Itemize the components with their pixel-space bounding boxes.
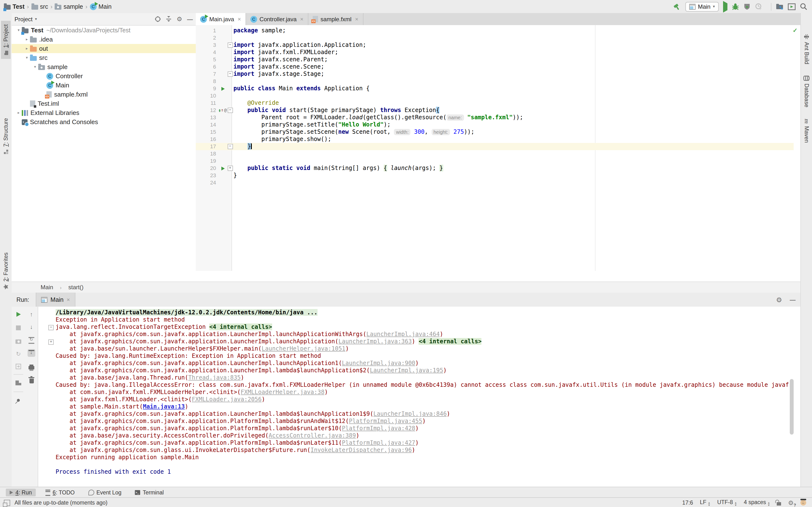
line-number[interactable]: 4 xyxy=(196,49,219,56)
tree-item-sample[interactable]: ▾sample xyxy=(12,62,196,71)
up-stack-trace-icon[interactable]: ↑ xyxy=(28,311,35,318)
project-structure-icon[interactable] xyxy=(776,3,783,10)
code-editor[interactable]: 1package sample;23−import javafx.applica… xyxy=(196,25,800,271)
run-tab-main[interactable]: Main ✕ xyxy=(36,293,75,306)
sidebar-item-ant-build[interactable]: Ant Build xyxy=(802,31,812,68)
line-number[interactable]: 3 xyxy=(196,42,219,49)
line-number[interactable]: 14 xyxy=(196,121,219,128)
caret-position[interactable]: 17:6 xyxy=(682,500,693,506)
fold-marker-icon[interactable]: + xyxy=(227,165,234,172)
attach-icon[interactable] xyxy=(14,362,22,370)
collapse-all-icon[interactable] xyxy=(166,16,172,22)
hide-panel-icon[interactable]: — xyxy=(790,296,796,303)
line-number[interactable]: 20 xyxy=(196,165,219,172)
tree-item-test-iml[interactable]: Test.iml xyxy=(12,99,196,108)
chevron-down-icon[interactable]: ▾ xyxy=(35,17,37,21)
close-icon[interactable]: ✕ xyxy=(238,17,241,21)
code-text[interactable]: @Override xyxy=(234,100,279,107)
code-line[interactable]: 5import javafx.scene.Parent; xyxy=(196,56,794,63)
tree-item-sample-fxml[interactable]: sample.fxml xyxy=(12,90,196,99)
breadcrumb-main[interactable]: Main xyxy=(90,3,112,10)
breadcrumb-method[interactable]: start() xyxy=(68,284,84,291)
tab-main-java[interactable]: Main.java ✕ xyxy=(196,13,246,25)
code-line[interactable]: 4import javafx.fxml.FXMLLoader; xyxy=(196,49,794,56)
stack-trace-link[interactable]: InvokeLaterDispatcher.java:96 xyxy=(311,447,412,453)
fold-marker-icon[interactable]: − xyxy=(227,143,234,150)
chevron-collapsed-icon[interactable]: ▸ xyxy=(15,111,22,115)
line-number[interactable]: 23 xyxy=(196,172,219,179)
fold-marker-icon[interactable]: − xyxy=(227,42,234,49)
toolwindow-todo-button[interactable]: 6: TODO xyxy=(42,489,79,497)
sidebar-item-favorites[interactable]: 2: Favorites xyxy=(1,249,11,293)
line-number[interactable]: 1 xyxy=(196,27,219,34)
tree-item-scratches-and-consoles[interactable]: Scratches and Consoles xyxy=(12,117,196,126)
breadcrumb-class[interactable]: Main xyxy=(41,284,53,291)
stack-trace-link[interactable]: PlatformImpl.java:455 xyxy=(349,418,422,425)
chevron-expanded-icon[interactable]: ▾ xyxy=(15,28,22,32)
down-stack-trace-icon[interactable]: ↓ xyxy=(28,323,35,331)
run-configuration-select[interactable]: Main ▾ xyxy=(686,2,719,11)
code-text[interactable]: import javafx.stage.Stage; xyxy=(234,70,324,78)
code-line[interactable]: 20+ public static void main(String[] arg… xyxy=(196,165,794,172)
line-ending-select[interactable]: LF▲▼ xyxy=(700,499,711,506)
tree-item-external-libraries[interactable]: ▸External Libraries xyxy=(12,108,196,117)
line-number[interactable]: 11 xyxy=(196,100,219,107)
stack-trace-link[interactable]: AccessController.java:389 xyxy=(268,432,356,439)
tree-item--idea[interactable]: ▸.idea xyxy=(12,35,196,44)
code-line[interactable]: 23} xyxy=(196,172,794,179)
close-icon[interactable]: ✕ xyxy=(66,297,70,302)
locate-file-icon[interactable] xyxy=(155,16,161,22)
line-number[interactable]: 18 xyxy=(196,150,219,157)
code-text[interactable]: public class Main extends Application { xyxy=(234,85,370,92)
scroll-to-end-icon[interactable] xyxy=(28,349,35,357)
stack-trace-link[interactable]: PlatformImpl.java:427 xyxy=(342,439,415,446)
restart-icon[interactable]: ↻ xyxy=(14,350,22,358)
code-text[interactable]: import javafx.fxml.FXMLLoader; xyxy=(234,49,338,56)
toolwindow-eventlog-button[interactable]: Event Log xyxy=(84,489,125,496)
run-gutter-icon[interactable] xyxy=(219,165,227,172)
sidebar-item-project[interactable]: 1: Project xyxy=(1,21,11,59)
breadcrumb-src[interactable]: src xyxy=(32,3,48,10)
tab-sample-fxml[interactable]: sample.fxml ✕ xyxy=(308,13,363,25)
stack-trace-link[interactable]: Main.java:13 xyxy=(143,403,185,410)
hector-inspector-icon[interactable] xyxy=(800,500,806,506)
thread-dump-icon[interactable] xyxy=(14,338,22,345)
line-number[interactable]: 17 xyxy=(196,143,219,150)
stop-button[interactable] xyxy=(14,324,22,332)
rerun-button[interactable] xyxy=(14,311,22,318)
code-text[interactable]: package sample; xyxy=(234,27,286,34)
console-fold-icon[interactable]: − xyxy=(48,325,54,330)
code-line[interactable]: 12↑@− public void start(Stage primarySta… xyxy=(196,107,794,114)
line-number[interactable]: 8 xyxy=(196,78,219,85)
code-text[interactable]: Parent root = FXMLLoader.load(getClass()… xyxy=(234,114,523,121)
chevron-collapsed-icon[interactable]: ▸ xyxy=(24,46,30,51)
line-number[interactable]: 24 xyxy=(196,179,219,186)
tree-item-src[interactable]: ▾src xyxy=(12,53,196,62)
chevron-expanded-icon[interactable]: ▾ xyxy=(32,65,38,69)
code-line[interactable]: 3−import javafx.application.Application; xyxy=(196,42,794,49)
inspections-gear-icon[interactable]: ⚙ xyxy=(788,499,794,506)
code-text[interactable]: import javafx.scene.Parent; xyxy=(234,56,328,63)
code-line[interactable]: 13 Parent root = FXMLLoader.load(getClas… xyxy=(196,114,794,121)
build-hammer-icon[interactable] xyxy=(673,3,681,10)
console-scrollbar[interactable] xyxy=(790,379,794,435)
code-line[interactable]: 10 xyxy=(196,92,794,100)
code-text[interactable]: import javafx.scene.Scene; xyxy=(234,63,324,70)
code-line[interactable]: 14 primaryStage.setTitle("Hello World"); xyxy=(196,121,794,128)
code-line[interactable]: 19 xyxy=(196,157,794,165)
code-line[interactable]: 24 xyxy=(196,179,794,186)
tree-item-controller[interactable]: Controller xyxy=(12,71,196,80)
stack-trace-link[interactable]: PlatformImpl.java:428 xyxy=(342,425,415,432)
stack-trace-link[interactable]: LauncherHelper.java:1051 xyxy=(262,345,346,352)
clear-console-icon[interactable] xyxy=(28,376,35,384)
chevron-expanded-icon[interactable]: ▾ xyxy=(24,56,30,60)
code-line[interactable]: 1package sample; xyxy=(196,27,794,34)
code-line[interactable]: 15 primaryStage.setScene(new Scene(root,… xyxy=(196,128,794,136)
encoding-select[interactable]: UTF-8▲▼ xyxy=(717,499,737,506)
close-icon[interactable]: ✕ xyxy=(300,17,304,21)
run-gutter-icon[interactable] xyxy=(219,85,227,92)
stack-trace-link[interactable]: LauncherImpl.java:195 xyxy=(370,367,443,374)
run-button[interactable] xyxy=(723,3,727,10)
project-panel-title[interactable]: Project xyxy=(14,16,33,22)
stack-trace-link[interactable]: LauncherImpl.java:900 xyxy=(342,360,415,367)
